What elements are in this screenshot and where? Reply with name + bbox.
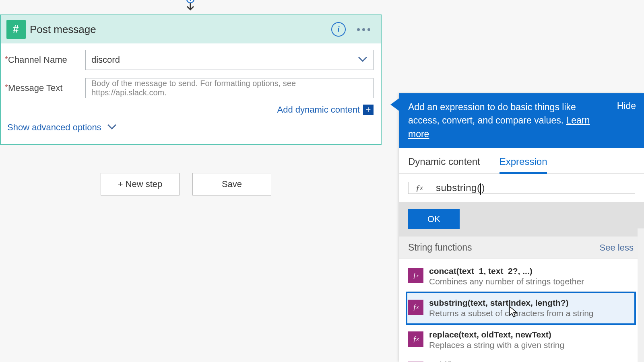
- panel-tabs: Dynamic content Expression: [399, 148, 644, 174]
- tab-expression[interactable]: Expression: [500, 156, 547, 174]
- function-description: Combines any number of strings together: [429, 277, 634, 286]
- plus-icon: +: [363, 105, 374, 115]
- function-signature: substring(text, startIndex, length?): [429, 298, 634, 308]
- add-dynamic-content-label: Add dynamic content: [277, 105, 360, 115]
- function-item-replace[interactable]: ƒx replace(text, oldText, newText) Repla…: [408, 325, 634, 355]
- slack-icon: #: [6, 20, 26, 39]
- function-item-concat[interactable]: ƒx concat(text_1, text_2?, ...) Combines…: [408, 261, 634, 292]
- new-step-label: + New step: [118, 179, 163, 189]
- field-message-text: Message Text Body of the message to send…: [5, 78, 374, 98]
- message-text-placeholder: Body of the message to send. For formatt…: [91, 79, 367, 97]
- new-step-button[interactable]: + New step: [101, 173, 180, 195]
- function-item-guid[interactable]: ƒx guid() Generates a globally unique st…: [408, 355, 634, 362]
- function-signature: replace(text, oldText, newText): [429, 330, 634, 339]
- expression-panel: Add an expression to do basic things lik…: [399, 93, 644, 362]
- function-list: ƒx concat(text_1, text_2?, ...) Combines…: [399, 259, 644, 362]
- fx-icon: ƒx: [408, 300, 423, 315]
- expression-value-post: ): [481, 182, 485, 193]
- expression-input-row: ƒx substring(): [408, 182, 635, 194]
- fx-icon: ƒx: [409, 182, 430, 193]
- action-card-post-message: # Post message i Channel Name discord Me…: [0, 14, 382, 145]
- card-title: Post message: [30, 23, 331, 36]
- panel-scrollbar[interactable]: [638, 228, 644, 362]
- chevron-down-icon: [107, 122, 117, 133]
- message-text-input[interactable]: Body of the message to send. For formatt…: [85, 78, 374, 98]
- function-signature: guid(): [429, 360, 634, 362]
- function-item-substring[interactable]: ƒx substring(text, startIndex, length?) …: [407, 292, 635, 324]
- fx-icon: ƒx: [408, 331, 423, 347]
- save-label: Save: [222, 179, 242, 189]
- message-text-label: Message Text: [5, 83, 85, 93]
- card-body: Channel Name discord Message Text Body o…: [1, 43, 381, 144]
- expression-input[interactable]: substring(): [430, 182, 635, 193]
- show-advanced-options-label: Show advanced options: [7, 122, 101, 133]
- function-description: Replaces a string with a given string: [429, 340, 634, 350]
- function-description: Returns a subset of characters from a st…: [429, 309, 634, 318]
- show-advanced-options-link[interactable]: Show advanced options: [5, 121, 374, 135]
- channel-name-select[interactable]: discord: [85, 50, 374, 70]
- ok-label: OK: [427, 214, 440, 224]
- ok-button[interactable]: OK: [408, 209, 460, 229]
- ok-row: OK: [399, 202, 644, 237]
- info-icon[interactable]: i: [331, 22, 346, 37]
- save-button[interactable]: Save: [192, 173, 271, 195]
- function-signature: concat(text_1, text_2?, ...): [429, 266, 634, 276]
- function-group-title: String functions: [408, 242, 472, 253]
- panel-banner: Add an expression to do basic things lik…: [399, 93, 644, 148]
- banner-text: Add an expression to do basic things lik…: [408, 102, 576, 125]
- hide-panel-link[interactable]: Hide: [617, 101, 636, 111]
- chevron-down-icon: [358, 55, 367, 65]
- field-channel-name: Channel Name discord: [5, 50, 374, 70]
- card-header: # Post message i: [1, 15, 381, 43]
- svg-text:#: #: [13, 23, 19, 35]
- function-group-header: String functions See less: [399, 237, 644, 259]
- add-dynamic-content-link[interactable]: Add dynamic content +: [5, 105, 374, 115]
- panel-callout-pointer: [390, 98, 399, 111]
- channel-name-label: Channel Name: [5, 55, 85, 65]
- footer-buttons: + New step Save: [101, 173, 271, 195]
- expression-value-pre: substring(: [436, 182, 480, 193]
- see-less-link[interactable]: See less: [600, 243, 634, 253]
- channel-name-value: discord: [91, 55, 120, 65]
- tab-dynamic-content[interactable]: Dynamic content: [408, 156, 480, 173]
- fx-icon: ƒx: [408, 268, 423, 283]
- more-menu-icon[interactable]: [355, 26, 373, 33]
- flow-connector-arrow: [181, 0, 200, 14]
